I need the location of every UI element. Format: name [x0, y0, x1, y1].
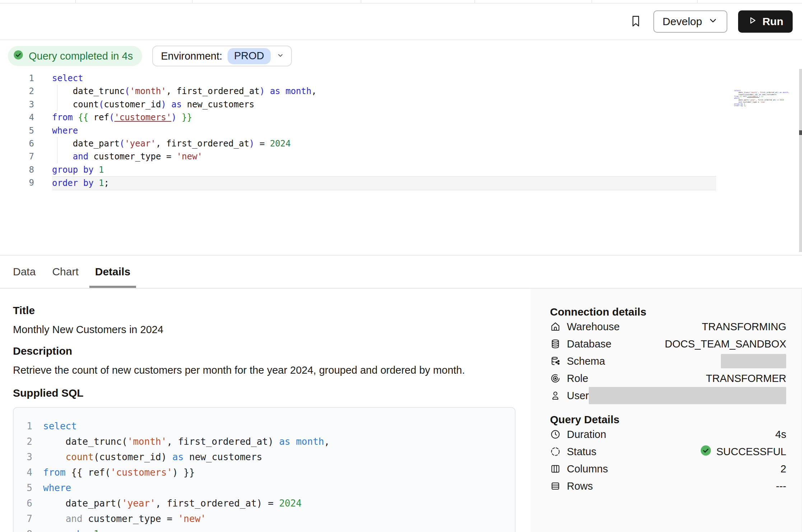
description-value: Retrieve the count of new customers per … — [13, 364, 516, 376]
editor-code-lines: 1select2 date_trunc('month', first_order… — [0, 72, 802, 190]
sql-editor[interactable]: 1select2 date_trunc('month', first_order… — [0, 72, 802, 256]
play-icon — [747, 15, 757, 28]
row-label: Duration — [567, 429, 606, 440]
user-icon — [550, 390, 561, 401]
line-number: 6 — [14, 496, 32, 511]
environment-select[interactable]: Environment: PROD — [152, 46, 292, 66]
develop-button[interactable]: Develop — [653, 10, 727, 33]
title-heading: Title — [13, 304, 516, 317]
row-value: --- — [776, 480, 786, 492]
run-button[interactable]: Run — [738, 10, 793, 33]
connection-details-heading: Connection details — [550, 306, 786, 318]
connection-row-schema: Schema — [550, 353, 786, 370]
connection-row-database: Database DOCS_TEAM_SANDBOX — [550, 335, 786, 353]
row-label: Role — [567, 373, 588, 384]
row-value: TRANSFORMER — [706, 373, 786, 384]
database-icon — [550, 339, 561, 349]
title-value: Monthly New Customers in 2024 — [13, 324, 516, 336]
connection-row-user: User — [550, 387, 786, 404]
line-number: 5 — [14, 480, 32, 496]
line-number: 9 — [0, 176, 34, 190]
code-line: 3 count(customer_id) as new_customers — [0, 98, 802, 111]
bookmark-button[interactable] — [629, 13, 643, 31]
line-number: 4 — [14, 465, 32, 480]
code-line: 8group by 1 — [14, 527, 515, 532]
line-number: 3 — [0, 98, 34, 111]
code-line: 5where — [14, 480, 515, 496]
columns-icon — [550, 463, 561, 474]
row-value: TRANSFORMING — [702, 321, 786, 333]
code-line: 2 date_trunc('month', first_ordered_at) … — [0, 85, 802, 98]
query-details-heading: Query Details — [550, 414, 786, 426]
row-label: Schema — [567, 355, 605, 367]
line-number: 1 — [0, 72, 34, 85]
row-label: Status — [567, 446, 596, 458]
query-status-badge: Query completed in 4s — [8, 46, 142, 66]
bookmark-icon — [629, 13, 643, 31]
tab-data[interactable]: Data — [13, 256, 36, 288]
editor-scrollbar-thumb[interactable] — [799, 130, 802, 135]
chevron-down-icon — [708, 15, 718, 28]
code-line: 3 count(customer_id) as new_customers — [14, 449, 515, 465]
supplied-sql-heading: Supplied SQL — [13, 387, 516, 399]
editor-minimap[interactable]: select date_trunc('month', first_ordered… — [716, 70, 781, 127]
code-line: 8group by 1 — [0, 163, 802, 176]
details-panel: Title Monthly New Customers in 2024 Desc… — [0, 289, 802, 532]
row-value: 2 — [780, 463, 786, 475]
query-status-text: Query completed in 4s — [29, 50, 133, 62]
duration-icon — [550, 429, 561, 440]
line-number: 8 — [14, 527, 32, 532]
develop-button-label: Develop — [663, 15, 702, 28]
line-number: 5 — [0, 124, 34, 137]
line-number: 6 — [0, 137, 34, 150]
tab-chart[interactable]: Chart — [52, 256, 78, 288]
row-label: Rows — [567, 480, 593, 492]
chevron-down-icon — [276, 51, 285, 61]
row-value: DOCS_TEAM_SANDBOX — [665, 338, 786, 350]
code-line: 9order by 1; — [0, 176, 802, 190]
connection-row-role: Role TRANSFORMER — [550, 370, 786, 387]
window-tab-strip — [0, 0, 802, 4]
schema-icon — [550, 356, 561, 367]
connection-details-panel: Connection details Warehouse TRANSFORMIN… — [531, 289, 802, 532]
code-line: 4from {{ ref('customers') }} — [0, 111, 802, 124]
query-row-rows: Rows --- — [550, 477, 786, 495]
code-line: 6 date_part('year', first_ordered_at) = … — [14, 496, 515, 511]
results-tab-bar: Data Chart Details — [0, 256, 802, 289]
tab-details[interactable]: Details — [95, 256, 130, 288]
role-icon — [550, 373, 561, 384]
warehouse-icon — [550, 321, 561, 332]
run-button-label: Run — [763, 15, 783, 28]
row-value: 4s — [775, 429, 787, 440]
code-line: 1select — [0, 72, 802, 85]
redacted-schema-value — [721, 354, 786, 368]
connection-row-warehouse: Warehouse TRANSFORMING — [550, 318, 786, 335]
environment-label: Environment: — [161, 50, 222, 62]
row-label: Database — [567, 338, 611, 350]
environment-value-pill: PROD — [228, 48, 271, 64]
line-number: 7 — [14, 511, 32, 527]
code-line: 4from {{ ref('customers') }} — [14, 465, 515, 480]
app-window: Develop Run Query — [0, 0, 802, 532]
line-number: 2 — [14, 434, 32, 449]
success-check-icon — [700, 444, 712, 459]
code-line: 5where — [0, 124, 802, 137]
row-label: Warehouse — [567, 321, 620, 333]
code-line: 7 and customer_type = 'new' — [14, 511, 515, 527]
query-status-bar: Query completed in 4s Environment: PROD — [0, 40, 802, 72]
editor-scrollbar[interactable] — [799, 69, 802, 252]
rows-icon — [550, 481, 561, 491]
code-line: 6 date_part('year', first_ordered_at) = … — [0, 137, 802, 150]
redacted-user-value — [589, 387, 786, 404]
code-line: order by 1; — [716, 105, 781, 107]
line-number: 2 — [0, 85, 34, 98]
code-line: 7 and customer_type = 'new' — [0, 150, 802, 163]
row-value: SUCCESSFUL — [716, 446, 786, 458]
line-number: 3 — [14, 449, 32, 465]
check-circle-icon — [13, 49, 24, 63]
query-row-status: Status SUCCESSFUL — [550, 443, 786, 460]
status-value: SUCCESSFUL — [700, 444, 786, 459]
line-number: 1 — [14, 419, 32, 434]
description-heading: Description — [13, 345, 516, 357]
row-label: Columns — [567, 463, 608, 475]
